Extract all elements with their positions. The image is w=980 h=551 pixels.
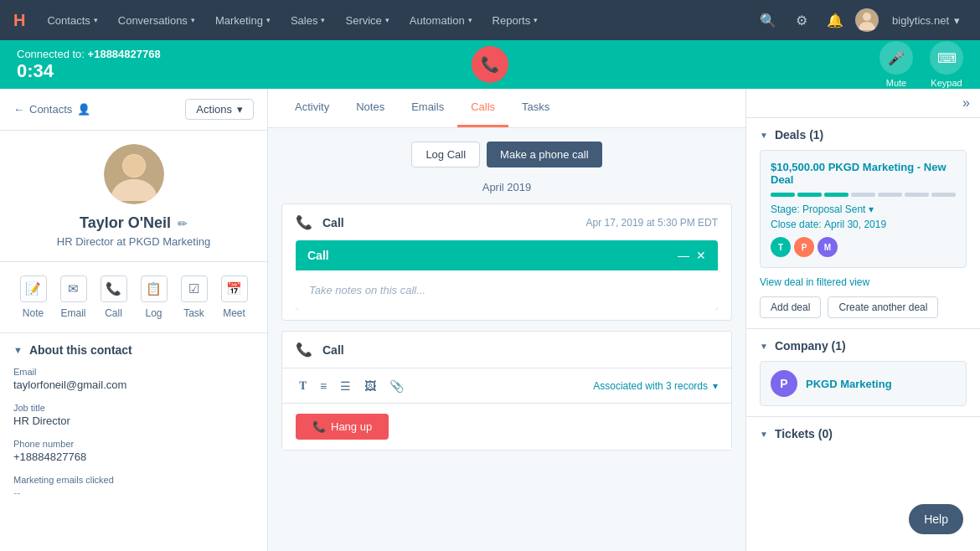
nav-marketing[interactable]: Marketing ▾ xyxy=(207,0,279,40)
nav-sales-arrow: ▾ xyxy=(321,16,325,24)
actions-chevron: ▾ xyxy=(237,103,243,116)
tickets-header[interactable]: ▼ Tickets (0) xyxy=(760,427,967,440)
indent-icon[interactable]: ≡ xyxy=(317,376,330,396)
task-icon: ☑ xyxy=(181,276,208,302)
call-card-1-header: 📞 Call Apr 17, 2019 at 5:30 PM EDT xyxy=(282,204,731,240)
main-content: ← Contacts 👤 Actions ▾ Taylor O'N xyxy=(0,89,980,551)
contact-icon: 👤 xyxy=(77,103,90,116)
stage-dot-5 xyxy=(878,193,902,197)
make-phone-call-button[interactable]: Make a phone call xyxy=(487,142,602,167)
log-icon: 📋 xyxy=(141,276,168,302)
right-panel: » ▼ Deals (1) $10,500.00 PKGD Marketing … xyxy=(745,89,980,551)
deal-card: $10,500.00 PKGD Marketing - New Deal Sta… xyxy=(760,150,967,268)
nav-reports[interactable]: Reports ▾ xyxy=(484,0,547,40)
company-chevron-icon: ▼ xyxy=(760,342,768,351)
back-to-contacts[interactable]: ← Contacts 👤 xyxy=(13,103,90,116)
deal-avatar-2: P xyxy=(794,237,814,257)
tabs-bar: Activity Notes Emails Calls Tasks xyxy=(268,89,745,128)
search-icon[interactable]: 🔍 xyxy=(755,7,781,33)
stage-dot-1 xyxy=(771,193,795,197)
task-action[interactable]: ☑ Task xyxy=(181,276,208,319)
call-action[interactable]: 📞 Call xyxy=(101,276,127,319)
deal-avatar-1: T xyxy=(771,237,791,257)
add-deal-button[interactable]: Add deal xyxy=(760,296,821,318)
stage-arrow: ▾ xyxy=(869,203,874,215)
field-phone: Phone number +18884827768 xyxy=(13,439,254,463)
settings-icon[interactable]: ⚙ xyxy=(788,7,815,33)
email-icon: ✉ xyxy=(60,276,87,302)
right-panel-header: » xyxy=(746,89,980,118)
svg-point-4 xyxy=(123,155,145,177)
note-action[interactable]: 📝 Note xyxy=(20,276,47,319)
stage-dot-2 xyxy=(797,193,822,197)
left-panel: ← Contacts 👤 Actions ▾ Taylor O'N xyxy=(0,89,268,551)
associated-records[interactable]: Associated with 3 records ▾ xyxy=(593,380,718,392)
call-action-buttons: Log Call Make a phone call xyxy=(281,142,732,167)
left-panel-header: ← Contacts 👤 Actions ▾ xyxy=(0,89,267,131)
log-call-button[interactable]: Log Call xyxy=(411,142,480,167)
tab-notes[interactable]: Notes xyxy=(343,89,398,127)
end-call-button[interactable]: 📞 xyxy=(472,46,508,83)
notifications-icon[interactable]: 🔔 xyxy=(822,7,848,33)
edit-contact-icon[interactable]: ✏ xyxy=(178,217,188,230)
collapse-panel-icon[interactable]: » xyxy=(962,95,970,111)
company-card: P PKGD Marketing xyxy=(760,361,967,406)
call-right-controls: 🎤 Mute ⌨ Keypad xyxy=(879,41,963,88)
nav-marketing-arrow: ▾ xyxy=(266,16,271,24)
nav-sales[interactable]: Sales ▾ xyxy=(282,0,334,40)
date-section-label: April 2019 xyxy=(281,181,732,193)
hubspot-logo[interactable]: H xyxy=(13,11,25,30)
email-action[interactable]: ✉ Email xyxy=(60,276,87,319)
help-button[interactable]: Help xyxy=(909,504,963,534)
deal-action-buttons: Add deal Create another deal xyxy=(760,296,967,318)
calls-content: Log Call Make a phone call April 2019 📞 … xyxy=(268,128,745,551)
about-header[interactable]: ▼ About this contact xyxy=(0,333,267,367)
tab-emails[interactable]: Emails xyxy=(398,89,457,127)
user-avatar[interactable] xyxy=(855,8,879,32)
call-banner: Connected to: +18884827768 0:34 📞 🎤 Mute… xyxy=(0,40,980,89)
minimize-icon[interactable]: — xyxy=(678,249,689,262)
tab-activity[interactable]: Activity xyxy=(281,89,343,127)
account-name[interactable]: biglytics.net ▾ xyxy=(885,14,967,27)
deal-avatars: T P M xyxy=(771,237,956,257)
nav-contacts[interactable]: Contacts ▾ xyxy=(39,0,106,40)
call-timer: 0:34 xyxy=(17,60,161,82)
company-header[interactable]: ▼ Company (1) xyxy=(760,339,967,353)
deals-section: ▼ Deals (1) $10,500.00 PKGD Marketing - … xyxy=(746,118,980,329)
tab-calls[interactable]: Calls xyxy=(457,89,508,127)
actions-button[interactable]: Actions ▾ xyxy=(185,99,254,120)
call-phone-icon-2: 📞 xyxy=(296,342,312,358)
tab-tasks[interactable]: Tasks xyxy=(508,89,563,127)
hang-up-button[interactable]: 📞 Hang up xyxy=(296,414,389,440)
meet-action[interactable]: 📅 Meet xyxy=(221,276,248,319)
keypad-icon: ⌨ xyxy=(930,41,963,75)
contact-avatar xyxy=(104,144,164,204)
text-format-icon[interactable]: 𝐓 xyxy=(296,375,310,396)
deals-header[interactable]: ▼ Deals (1) xyxy=(760,128,967,142)
call-notes-area[interactable]: Take notes on this call... xyxy=(296,270,718,310)
about-section: ▼ About this contact Email taylorfoneil@… xyxy=(0,333,267,524)
company-name[interactable]: PKGD Marketing xyxy=(806,378,892,390)
deal-name[interactable]: $10,500.00 PKGD Marketing - New Deal xyxy=(771,161,956,186)
nav-service[interactable]: Service ▾ xyxy=(337,0,397,40)
image-icon[interactable]: 🖼 xyxy=(361,376,379,396)
center-panel: Activity Notes Emails Calls Tasks Log Ca… xyxy=(268,89,745,551)
company-title: Company (1) xyxy=(775,339,846,353)
keypad-control[interactable]: ⌨ Keypad xyxy=(930,41,963,88)
close-icon[interactable]: ✕ xyxy=(696,249,706,262)
inner-call-controls: — ✕ xyxy=(678,249,706,262)
call-card-1: 📞 Call Apr 17, 2019 at 5:30 PM EDT Call … xyxy=(281,203,732,321)
attachment-icon[interactable]: 📎 xyxy=(386,376,407,396)
create-deal-button[interactable]: Create another deal xyxy=(828,296,938,318)
view-deal-link[interactable]: View deal in filtered view xyxy=(760,276,967,288)
nav-service-arrow: ▾ xyxy=(385,16,389,24)
mute-control[interactable]: 🎤 Mute xyxy=(879,41,913,88)
list-icon[interactable]: ☰ xyxy=(337,376,354,396)
nav-conversations[interactable]: Conversations ▾ xyxy=(110,0,204,40)
log-action[interactable]: 📋 Log xyxy=(141,276,168,319)
contact-info: Taylor O'Neil ✏ HR Director at PKGD Mark… xyxy=(0,131,267,262)
svg-point-1 xyxy=(863,13,871,21)
nav-automation[interactable]: Automation ▾ xyxy=(401,0,481,40)
contact-name-row: Taylor O'Neil ✏ xyxy=(13,214,254,232)
nav-conversations-arrow: ▾ xyxy=(191,16,195,24)
